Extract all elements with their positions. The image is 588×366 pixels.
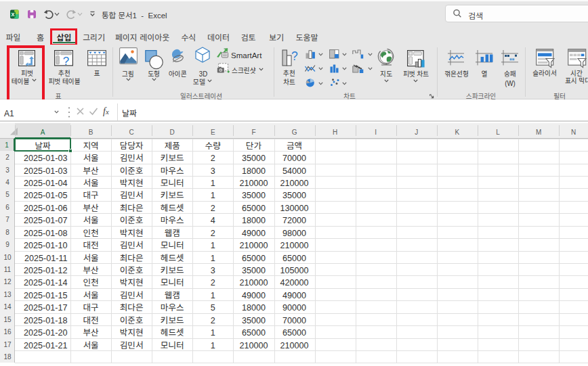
svg-text:?: ? [291, 49, 298, 63]
svg-text:X: X [11, 12, 14, 18]
svg-text:?: ? [63, 55, 69, 68]
